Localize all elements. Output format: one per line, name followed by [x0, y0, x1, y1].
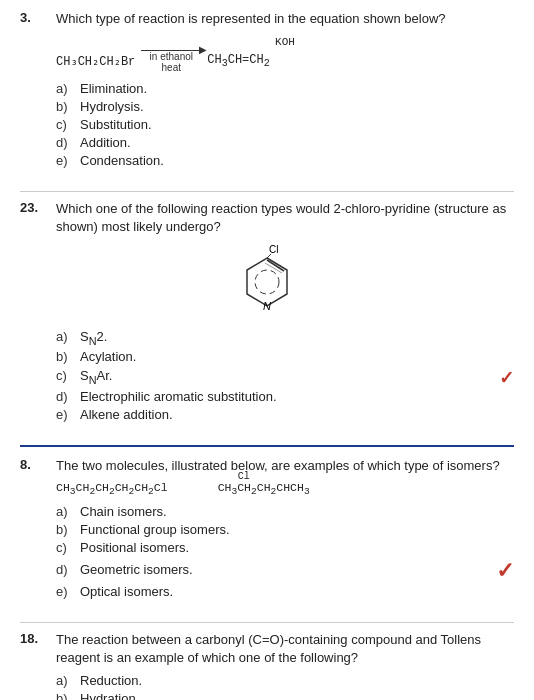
option-8d: d) Geometric isomers. — [56, 562, 490, 577]
option-8d-text: Geometric isomers. — [80, 562, 490, 577]
molecule-8-2: Cl CH3CH2CH2CHCH3 — [218, 481, 310, 497]
option-18b-letter: b) — [56, 691, 80, 700]
option-3b: b) Hydrolysis. — [56, 99, 514, 114]
question-3-number: 3. — [20, 10, 56, 25]
option-18a-text: Reduction. — [80, 673, 514, 688]
reactant: CH₃CH₂CH₂Br — [56, 54, 135, 69]
option-3a-text: Elimination. — [80, 81, 514, 96]
option-18b: b) Hydration. — [56, 691, 514, 700]
option-8c-letter: c) — [56, 540, 80, 555]
question-23-text: Which one of the following reaction type… — [56, 200, 514, 236]
question-3: 3. Which type of reaction is represented… — [20, 10, 514, 181]
question-3-options: a) Elimination. b) Hydrolysis. c) Substi… — [56, 81, 514, 168]
option-8a: a) Chain isomers. — [56, 504, 514, 519]
pyridine-svg: Cl N — [227, 243, 307, 323]
question-3-header: 3. Which type of reaction is represented… — [20, 10, 514, 28]
option-23b-text: Acylation. — [80, 349, 514, 364]
option-3e-text: Condensation. — [80, 153, 514, 168]
question-8-options: a) Chain isomers. b) Functional group is… — [56, 504, 514, 599]
option-23e: e) Alkene addition. — [56, 407, 514, 422]
option-23a: a) SN2. — [56, 329, 514, 347]
option-3d-letter: d) — [56, 135, 80, 150]
option-8b-letter: b) — [56, 522, 80, 537]
question-23: 23. Which one of the following reaction … — [20, 200, 514, 435]
option-23d-text: Electrophilic aromatic substitution. — [80, 389, 514, 404]
option-18b-text: Hydration. — [80, 691, 514, 700]
option-3b-text: Hydrolysis. — [80, 99, 514, 114]
question-8: 8. The two molecules, illustrated below,… — [20, 457, 514, 611]
svg-text:Cl: Cl — [269, 244, 278, 255]
svg-point-6 — [255, 270, 279, 294]
svg-marker-1 — [247, 258, 287, 306]
option-18a-letter: a) — [56, 673, 80, 688]
option-8a-text: Chain isomers. — [80, 504, 514, 519]
option-23e-text: Alkene addition. — [80, 407, 514, 422]
divider-1 — [20, 191, 514, 192]
question-23-header: 23. Which one of the following reaction … — [20, 200, 514, 236]
option-3a: a) Elimination. — [56, 81, 514, 96]
option-23d-letter: d) — [56, 389, 80, 404]
annotation-23c: ✓ — [499, 367, 514, 389]
option-3e-letter: e) — [56, 153, 80, 168]
option-23c-row: c) SNAr. ✓ — [56, 367, 514, 389]
option-23b-letter: b) — [56, 349, 80, 364]
option-3c-letter: c) — [56, 117, 80, 132]
option-23e-letter: e) — [56, 407, 80, 422]
reaction-3-diagram: KOH CH₃CH₂CH₂Br in ethanol heat CH3CH=CH… — [56, 36, 514, 73]
question-18-options: a) Reduction. b) Hydration. c) Dehydrati… — [56, 673, 514, 700]
option-3c-text: Substitution. — [80, 117, 514, 132]
option-8d-letter: d) — [56, 562, 80, 577]
page: 3. Which type of reaction is represented… — [0, 0, 534, 700]
option-23c: c) SNAr. — [56, 368, 493, 386]
option-8e: e) Optical isomers. — [56, 584, 514, 599]
product: CH3CH=CH2 — [207, 53, 269, 69]
arrow: in ethanol heat — [141, 50, 201, 73]
svg-text:N: N — [263, 300, 271, 312]
question-23-number: 23. — [20, 200, 56, 215]
question-23-options: a) SN2. b) Acylation. c) SNAr. ✓ d) Elec… — [56, 329, 514, 423]
option-8b: b) Functional group isomers. — [56, 522, 514, 537]
option-23a-letter: a) — [56, 329, 80, 344]
option-23c-letter: c) — [56, 368, 80, 383]
divider-2 — [20, 622, 514, 623]
question-8-header: 8. The two molecules, illustrated below,… — [20, 457, 514, 475]
reaction-8-molecules: CH3CH2CH2CH2CH2Cl Cl CH3CH2CH2CHCH3 — [56, 481, 478, 497]
question-3-text: Which type of reaction is represented in… — [56, 10, 446, 28]
option-8c-text: Positional isomers. — [80, 540, 514, 555]
option-18a: a) Reduction. — [56, 673, 514, 688]
option-23c-text: SNAr. — [80, 368, 493, 386]
question-18: 18. The reaction between a carbonyl (C=O… — [20, 631, 514, 700]
option-8a-letter: a) — [56, 504, 80, 519]
reagent-label: KOH — [56, 36, 514, 48]
option-8e-text: Optical isomers. — [80, 584, 514, 599]
option-3e: e) Condensation. — [56, 153, 514, 168]
option-8e-letter: e) — [56, 584, 80, 599]
question-18-header: 18. The reaction between a carbonyl (C=O… — [20, 631, 514, 667]
arrow-solvent: in ethanol heat — [150, 51, 193, 73]
option-23a-text: SN2. — [80, 329, 514, 347]
main-divider — [20, 445, 514, 447]
option-23d: d) Electrophilic aromatic substitution. — [56, 389, 514, 404]
option-8b-text: Functional group isomers. — [80, 522, 514, 537]
pyridine-structure: Cl N — [56, 243, 478, 323]
annotation-8d: ✓ — [496, 558, 514, 584]
question-8-text: The two molecules, illustrated below, ar… — [56, 457, 500, 475]
option-23b: b) Acylation. — [56, 349, 514, 364]
reaction-row: CH₃CH₂CH₂Br in ethanol heat CH3CH=CH2 — [56, 50, 514, 73]
arrow-line — [141, 50, 201, 51]
option-3d-text: Addition. — [80, 135, 514, 150]
option-3c: c) Substitution. — [56, 117, 514, 132]
option-3a-letter: a) — [56, 81, 80, 96]
option-3b-letter: b) — [56, 99, 80, 114]
question-18-text: The reaction between a carbonyl (C=O)-co… — [56, 631, 514, 667]
option-8d-row: d) Geometric isomers. ✓ — [56, 558, 514, 584]
molecule-8-1: CH3CH2CH2CH2CH2Cl — [56, 481, 168, 497]
question-18-number: 18. — [20, 631, 56, 646]
option-3d: d) Addition. — [56, 135, 514, 150]
question-8-number: 8. — [20, 457, 56, 472]
option-8c: c) Positional isomers. — [56, 540, 514, 555]
